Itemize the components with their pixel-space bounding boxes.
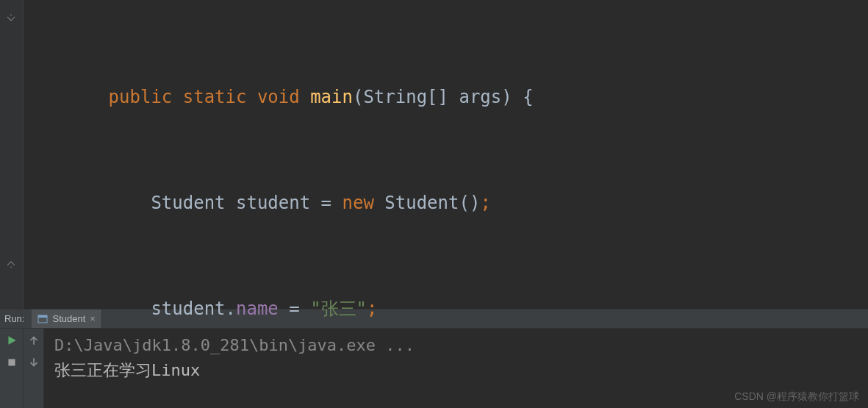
down-arrow-icon[interactable] xyxy=(28,357,40,368)
svg-rect-4 xyxy=(8,359,15,365)
code-line: public static void main(String[] args) { xyxy=(24,79,868,115)
watermark: CSDN @程序猿教你打篮球 xyxy=(734,390,859,404)
svg-rect-3 xyxy=(38,315,47,318)
fold-icon[interactable] xyxy=(6,13,16,24)
app-icon xyxy=(37,314,48,324)
run-button[interactable] xyxy=(6,334,18,346)
editor-area: public static void main(String[] args) {… xyxy=(0,0,868,309)
run-tab[interactable]: Student × xyxy=(32,309,101,328)
stop-button[interactable] xyxy=(6,357,18,368)
run-tab-name: Student xyxy=(52,313,85,324)
code-line: student.name = "张三"; xyxy=(24,291,868,326)
navigation-toolbar xyxy=(24,329,44,408)
close-icon[interactable]: × xyxy=(90,313,96,324)
run-toolbar xyxy=(0,329,24,408)
console-line: 张三正在学习Linux xyxy=(54,358,858,383)
console-line: D:\Java\jdk1.8.0_281\bin\java.exe ... xyxy=(54,333,858,358)
code-line: Student student = new Student(); xyxy=(24,185,868,221)
gutter xyxy=(0,0,24,309)
code-editor[interactable]: public static void main(String[] args) {… xyxy=(24,0,868,309)
fold-end-icon[interactable] xyxy=(6,257,16,268)
up-arrow-icon[interactable] xyxy=(28,334,40,346)
run-label: Run: xyxy=(0,313,32,324)
